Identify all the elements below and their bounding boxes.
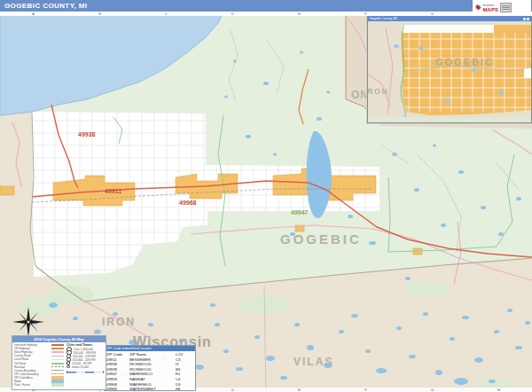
- grid-ruler-top: A B C D E F G H: [0, 12, 532, 16]
- grid-letter: D: [200, 12, 266, 16]
- legend-title: 2016 Gogebic County, MI Map: [12, 336, 106, 342]
- us-highway-swatch: [51, 348, 64, 349]
- grid-letter: E: [266, 388, 332, 392]
- toll-road-swatch: [51, 363, 64, 365]
- county-road-swatch: [51, 356, 64, 357]
- map-document: A B C D E F G H A B C D E F G H ONTONAGO…: [0, 0, 532, 392]
- legend-panel: 2016 Gogebic County, MI Map Interstate H…: [12, 335, 106, 390]
- zip-label-ironwood: 49938: [78, 131, 95, 137]
- grid-letter: B: [66, 12, 133, 16]
- inset-title: Gogebic County, MI: [370, 17, 397, 20]
- park-swatch: [51, 383, 64, 387]
- grid-letter: H: [466, 388, 532, 392]
- county-label-iron: IRON: [102, 316, 136, 328]
- compass-rose-icon: [12, 307, 44, 337]
- inset-title-bar: Gogebic County, MI: [368, 16, 531, 21]
- grid-letter: C: [133, 12, 200, 16]
- cities-header: Cities and Towns: [66, 343, 104, 347]
- railroad-swatch: [51, 366, 64, 367]
- grid-letter: F: [332, 388, 399, 392]
- legend-symbols-column: Interstate Highway US Highway State High…: [14, 343, 64, 387]
- logo-wordmark: market MAPS: [483, 4, 498, 12]
- interstate-swatch: [51, 344, 64, 346]
- county-label-gogebic: GOGEBIC: [280, 231, 362, 247]
- zip-label-wakefield: 49968: [179, 200, 196, 206]
- page-title: GOGEBIC COUNTY, MI: [4, 2, 87, 10]
- inset-gogebic-region: [401, 25, 531, 115]
- legend-item: Park / Forest: [14, 383, 64, 387]
- inset-map[interactable]: Gogebic County, MI GOGEBIC IRON: [367, 15, 532, 123]
- scale-bar: [66, 371, 104, 373]
- local-road-swatch: [51, 359, 64, 360]
- zip-label-bessemer: 49911: [105, 188, 121, 194]
- title-bar: GOGEBIC COUNTY, MI: [0, 0, 532, 12]
- grid-letter: D: [200, 388, 266, 392]
- grid-letter: E: [266, 12, 332, 16]
- zip-boundary-swatch: [51, 373, 64, 374]
- logo-seal-icon: [500, 3, 512, 12]
- inset-window-buttons[interactable]: [523, 18, 529, 20]
- legend-cities-column: Cities and Towns Over 1,000,000 500,000 …: [66, 343, 104, 387]
- city-dot-icon: [66, 365, 70, 369]
- grid-letter: A: [0, 12, 66, 16]
- table-cell: 49969: [106, 387, 129, 392]
- zip-ramsay[interactable]: [0, 186, 14, 195]
- table-cell: WATERSMEET: [129, 387, 176, 392]
- city-class-row: Under 25,000: [66, 365, 104, 369]
- brand-logo[interactable]: ✷ market MAPS: [473, 0, 531, 15]
- county-boundary-swatch: [51, 370, 64, 371]
- state-highway-swatch: [51, 351, 64, 353]
- inset-label-iron: IRON: [367, 87, 389, 96]
- zip-index-table: ZIP Code ZIP Name LOC 49911BESSEMERC3 49…: [105, 351, 195, 392]
- table-cell: H6: [176, 387, 192, 392]
- grid-letter: G: [399, 388, 466, 392]
- inset-canvas: [368, 21, 531, 122]
- zip-label-marenisco: 49947: [291, 209, 308, 216]
- inset-label-gogebic: GOGEBIC: [435, 57, 494, 67]
- logo-star-icon: ✷: [474, 4, 481, 12]
- zip-index-panel: ZIP Code Index/Grid Locator ZIP Code ZIP…: [104, 345, 196, 391]
- logo-text-bottom: MAPS: [483, 7, 498, 12]
- grid-letter: F: [332, 12, 399, 16]
- county-label-vilas: VILAS: [293, 356, 333, 368]
- grid-letter: G: [399, 12, 466, 16]
